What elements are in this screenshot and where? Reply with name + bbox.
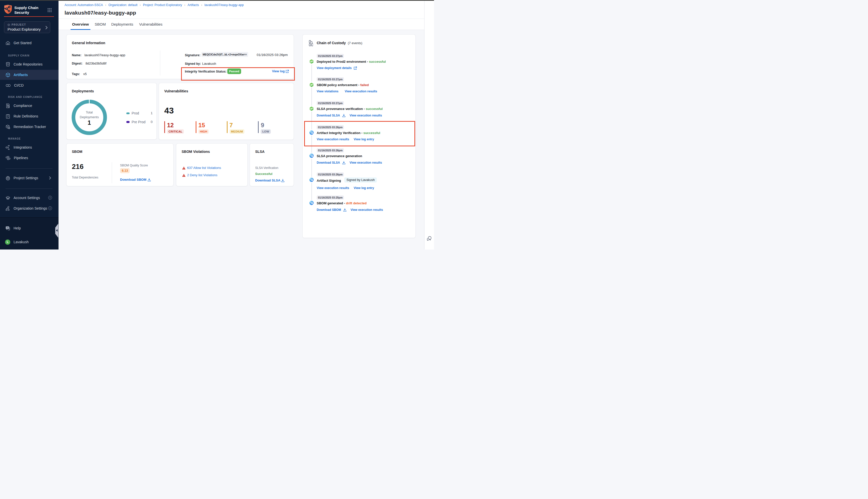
svg-text:?: ? bbox=[7, 227, 8, 229]
